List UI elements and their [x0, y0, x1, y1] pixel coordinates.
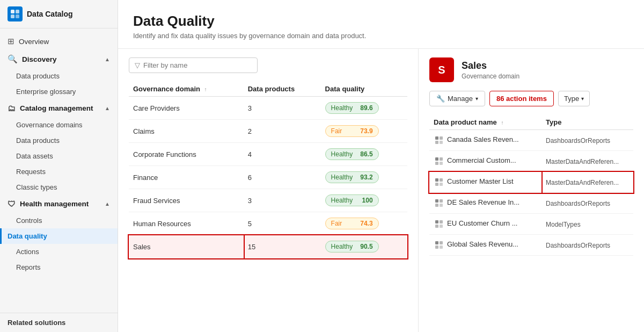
- svg-rect-24: [435, 241, 438, 244]
- svg-rect-0: [11, 10, 14, 13]
- svg-rect-6: [435, 141, 438, 144]
- quality-score: 89.6: [360, 104, 372, 112]
- svg-rect-5: [440, 136, 443, 140]
- sidebar-item-requests[interactable]: Requests: [0, 164, 118, 179]
- product-type: MasterDataAndReferen...: [546, 158, 619, 165]
- sidebar-item-data-quality[interactable]: Data quality: [0, 228, 118, 244]
- app-logo: [8, 6, 23, 21]
- action-items-button[interactable]: 86 action items: [489, 91, 554, 106]
- sidebar-item-data-products-catalog[interactable]: Data products: [0, 133, 118, 148]
- svg-rect-1: [16, 10, 19, 13]
- quality-label: Healthy: [331, 174, 353, 181]
- manage-button[interactable]: 🔧 Manage ▾: [429, 91, 485, 106]
- svg-rect-8: [435, 157, 438, 161]
- sidebar-item-data-assets[interactable]: Data assets: [0, 148, 118, 164]
- type-chevron-icon: ▾: [581, 96, 584, 102]
- product-name-cell: Commercial Custom...: [429, 151, 541, 172]
- sidebar-item-governance-domains[interactable]: Governance domains: [0, 117, 118, 133]
- sidebar-nav: ⊞ Overview 🔍 Discovery ▲ Data products E…: [0, 28, 118, 313]
- product-icon: [434, 156, 444, 167]
- svg-rect-16: [435, 199, 438, 203]
- svg-rect-9: [440, 157, 443, 161]
- svg-rect-17: [440, 199, 443, 203]
- table-row[interactable]: Care Providers3Healthy89.6: [129, 97, 407, 120]
- domain-cell: Human Resources: [129, 212, 244, 235]
- domain-cell: Claims: [129, 120, 244, 143]
- health-icon: 🛡: [8, 199, 16, 208]
- product-name-cell: EU Customer Churn ...: [429, 214, 541, 235]
- product-row[interactable]: EU Customer Churn ...ModelTypes: [429, 214, 633, 235]
- col-product-type[interactable]: Type: [541, 115, 633, 130]
- col-product-name[interactable]: Data product name ↑: [429, 115, 541, 130]
- type-button[interactable]: Type ▾: [558, 91, 590, 106]
- filter-input[interactable]: [143, 61, 240, 69]
- product-row[interactable]: Canada Sales Reven...DashboardsOrReports: [429, 130, 633, 151]
- col-quality[interactable]: Data quality: [321, 82, 407, 97]
- quality-cell: Healthy90.5: [321, 235, 407, 258]
- entity-info: Sales Governance domain: [462, 60, 519, 80]
- entity-name: Sales: [462, 60, 519, 71]
- products-cell: 3: [244, 189, 321, 212]
- page-subtitle: Identify and fix data quality issues by …: [133, 32, 629, 40]
- sidebar-item-actions[interactable]: Actions: [0, 244, 118, 259]
- health-chevron: ▲: [105, 201, 110, 207]
- product-icon: [434, 177, 444, 187]
- col-domain[interactable]: Governance domain ↑: [129, 82, 244, 97]
- sidebar-item-data-products-discovery[interactable]: Data products: [0, 68, 118, 84]
- quality-badge: Healthy86.5: [325, 148, 379, 160]
- filter-bar[interactable]: ▽: [129, 57, 258, 73]
- table-row[interactable]: Claims2Fair73.9: [129, 120, 407, 143]
- quality-cell: Fair73.9: [321, 120, 407, 143]
- product-row[interactable]: Customer Master ListMasterDataAndReferen…: [429, 172, 633, 193]
- product-name: Canada Sales Reven...: [447, 135, 519, 143]
- sidebar-section-discovery[interactable]: 🔍 Discovery ▲: [0, 50, 118, 68]
- sidebar-section-catalog[interactable]: 🗂 Catalog management ▲: [0, 99, 118, 117]
- svg-rect-13: [440, 178, 443, 182]
- product-row[interactable]: DE Sales Revenue In...DashboardsOrReport…: [429, 193, 633, 214]
- quality-score: 73.9: [360, 127, 372, 135]
- table-row[interactable]: Sales15Healthy90.5: [129, 235, 407, 258]
- product-name: Global Sales Revenu...: [447, 240, 518, 248]
- quality-cell: Healthy86.5: [321, 143, 407, 166]
- product-icon: [434, 135, 444, 146]
- table-row[interactable]: Finance6Healthy93.2: [129, 166, 407, 189]
- sidebar-item-enterprise-glossary[interactable]: Enterprise glossary: [0, 84, 118, 99]
- product-name: Customer Master List: [447, 177, 514, 185]
- sidebar-section-health[interactable]: 🛡 Health management ▲: [0, 195, 118, 213]
- detail-panel: S Sales Governance domain 🔧 Manage ▾ 86 …: [419, 49, 644, 332]
- product-row[interactable]: Commercial Custom...MasterDataAndReferen…: [429, 151, 633, 172]
- catalog-chevron: ▲: [105, 105, 110, 111]
- quality-label: Healthy: [331, 243, 353, 250]
- col-products[interactable]: Data products: [244, 82, 321, 97]
- sidebar-item-controls[interactable]: Controls: [0, 213, 118, 228]
- table-row[interactable]: Human Resources5Fair74.3: [129, 212, 407, 235]
- domain-cell: Sales: [129, 235, 244, 258]
- sidebar-footer[interactable]: Related solutions: [0, 313, 118, 332]
- svg-rect-10: [435, 162, 438, 165]
- discovery-icon: 🔍: [8, 54, 18, 64]
- table-row[interactable]: Corporate Functions4Healthy86.5: [129, 143, 407, 166]
- quality-score: 93.2: [360, 174, 372, 181]
- svg-rect-15: [440, 183, 443, 186]
- quality-score: 74.3: [360, 220, 372, 227]
- quality-cell: Healthy89.6: [321, 97, 407, 120]
- entity-type: Governance domain: [462, 73, 519, 80]
- sidebar-item-overview[interactable]: ⊞ Overview: [0, 33, 118, 50]
- product-type: DashboardsOrReports: [546, 200, 610, 207]
- table-row[interactable]: Fraud Services3Healthy100: [129, 189, 407, 212]
- product-row[interactable]: Global Sales Revenu...DashboardsOrReport…: [429, 235, 633, 256]
- products-cell: 6: [244, 166, 321, 189]
- sidebar-item-reports[interactable]: Reports: [0, 259, 118, 275]
- quality-badge: Fair74.3: [325, 218, 379, 229]
- entity-header: S Sales Governance domain: [429, 57, 633, 82]
- product-name-cell: Canada Sales Reven...: [429, 130, 541, 151]
- sidebar-item-classic-types[interactable]: Classic types: [0, 179, 118, 195]
- discovery-chevron: ▲: [105, 56, 110, 62]
- page-header: Data Quality Identify and fix data quali…: [118, 0, 644, 49]
- sidebar-header[interactable]: Data Catalog: [0, 0, 118, 28]
- product-name: EU Customer Churn ...: [447, 219, 518, 227]
- sort-product-icon: ↑: [501, 120, 503, 126]
- svg-rect-2: [11, 15, 14, 18]
- wrench-icon: 🔧: [436, 95, 445, 103]
- quality-label: Healthy: [331, 197, 353, 204]
